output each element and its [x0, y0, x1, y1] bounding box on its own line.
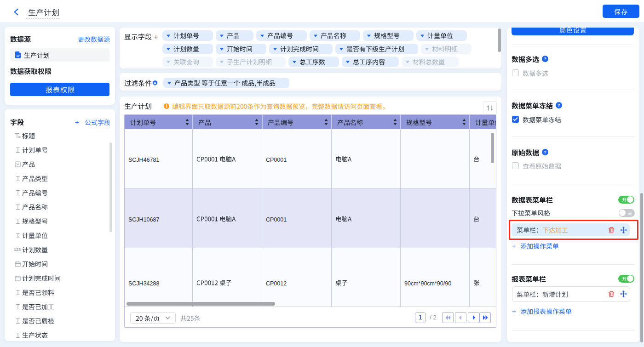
svg-text:?: ?	[544, 149, 546, 154]
svg-text:?: ?	[544, 56, 546, 61]
svg-text:?: ?	[558, 102, 560, 108]
